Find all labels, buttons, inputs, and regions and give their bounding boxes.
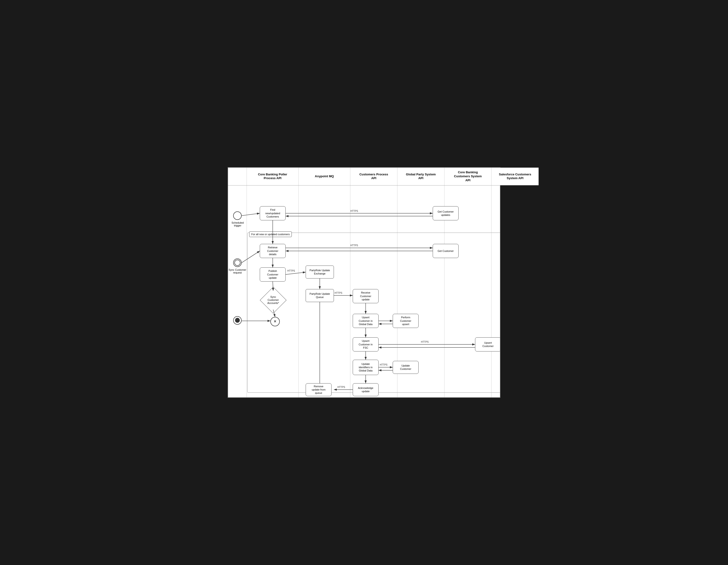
scheduled-trigger-circle (233, 211, 242, 220)
https-label-5: HTTPS (421, 341, 429, 343)
arrow-sync-retrieve (242, 251, 260, 263)
https-label-3: HTTPS (287, 269, 295, 272)
sync-customer-circle (233, 258, 242, 267)
column-headers: Core Banking PollerProcess API Anypoint … (228, 168, 500, 185)
diagram-body: For all new or updated customers Schedul… (228, 185, 500, 397)
header-core-banking-system: Core BankingCustomers SystemAPI (444, 168, 492, 185)
lane-salesforce (492, 185, 500, 397)
sync-customer-label: Sync Customerrequest (228, 268, 247, 274)
header-core-banking-poller: Core Banking PollerProcess API (247, 168, 299, 185)
find-new-updated-node: Findnew/updatedCustomers (260, 206, 286, 220)
receive-customer-node: ReceiveCustomerupdate (353, 289, 379, 303)
scheduled-trigger-label: Scheduledtrigger (229, 221, 246, 227)
arrow-publish-exchange (286, 272, 306, 274)
arrow-trigger-find (242, 213, 260, 216)
get-customer-updates-node: Get Customerupdates (433, 206, 459, 220)
upsert-customer-sf-node: UpsertCustomer (475, 337, 500, 352)
publish-customer-node: PublishCustomerupdate (260, 267, 286, 281)
header-trigger (228, 168, 247, 185)
https-label-7: HTTPS (337, 386, 345, 389)
diagram-container: Core Banking PollerProcess API Anypoint … (223, 162, 505, 403)
x-circle-node: × (270, 317, 280, 326)
upsert-global-node: UpsertCustomer inGlobal Data (353, 314, 379, 328)
update-identifiers-node: Updateidentifiers inGlobal Data (353, 360, 379, 375)
sync-accounts-diamond: SyncCustomerAccounts* (260, 287, 286, 313)
upsert-fsc-node: UpsertCustomer inFSC (353, 337, 379, 352)
partyrole-exchange-node: PartyRole UpdateExchange (306, 265, 334, 278)
header-anypoint-mq: Anypoint MQ (299, 168, 350, 185)
https-label-6: HTTPS (380, 364, 388, 366)
header-customers-process: Customers ProcessAPI (350, 168, 397, 185)
header-salesforce: Salesforce CustomersSystem API (492, 168, 539, 185)
update-customer-node: UpdateCustomer (393, 361, 419, 374)
remove-queue-node: Removeupdate fromqueue (306, 383, 332, 396)
retrieve-customer-node: RetrieveCustomerdetails (260, 244, 286, 258)
get-customer-node: Get Customer (433, 244, 459, 258)
partyrole-queue-node: PartyRole UpdateQueue (306, 289, 334, 302)
https-label-2: HTTPS (350, 244, 358, 247)
acknowledge-node: Acknowledgeupdate (353, 383, 379, 396)
for-all-note: For all new or updated customers (249, 231, 292, 237)
https-label-4: HTTPS (335, 292, 342, 294)
perform-upsert-node: PerformCustomerupsert (393, 314, 419, 328)
diagram-wrapper: Core Banking PollerProcess API Anypoint … (228, 167, 500, 398)
end-event (233, 316, 242, 325)
https-label-1: HTTPS (350, 210, 358, 212)
header-global-party: Global Party SystemAPI (397, 168, 444, 185)
